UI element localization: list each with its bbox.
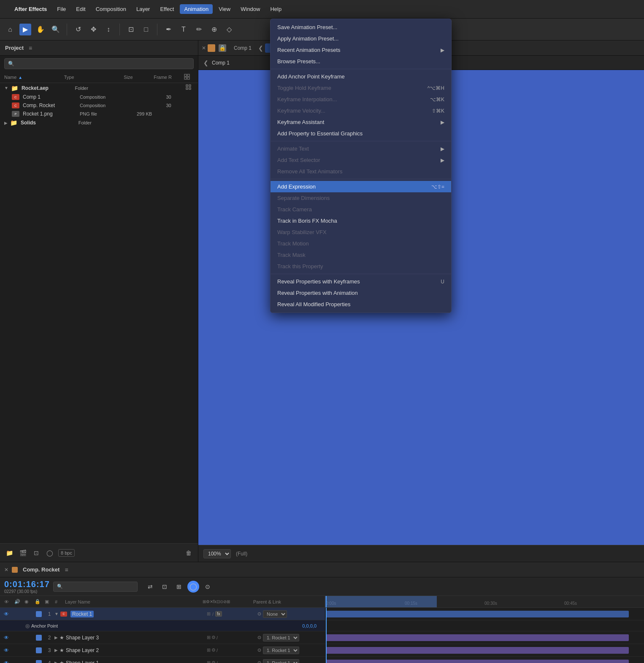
layer-row-1[interactable]: 👁 1 ▼ C Rocket 1 ⊞ / fx [0, 608, 325, 620]
menu-toggle-hold-keyframe[interactable]: Toggle Hold Keyframe ^⌥⌘H [271, 82, 451, 94]
tool-rect-mask[interactable]: ⊡ [125, 24, 137, 35]
tool-stamp[interactable]: ⊕ [208, 24, 220, 35]
find-icon[interactable]: ⊡ [31, 548, 41, 558]
expand-icon[interactable]: ▶ [54, 648, 58, 652]
tool-brush[interactable]: ✏ [193, 24, 205, 35]
nav-back-icon[interactable]: ❮ [203, 59, 209, 67]
list-item[interactable]: ▶ 📁 Solids Folder [0, 118, 198, 127]
parent-select-3[interactable]: 1. Rocket 1 [263, 647, 299, 654]
tl-tool-1[interactable]: ⇄ [144, 581, 156, 593]
project-menu-icon[interactable]: ≡ [29, 45, 32, 51]
switch-3-icon[interactable]: ⊞ [207, 647, 211, 653]
switch-4-icon[interactable]: ⊞ [207, 660, 211, 663]
list-item[interactable]: ▼ 📁 Rocket.aep Folder [0, 83, 198, 93]
timeline-menu-icon[interactable]: ≡ [65, 566, 68, 573]
menu-layer[interactable]: Layer [132, 4, 154, 14]
zoom-select[interactable]: 100% 50% 200% [203, 549, 231, 558]
switch-x-icon[interactable]: / [216, 635, 218, 640]
tl-tool-4[interactable]: ◯ [187, 581, 199, 593]
menu-composition[interactable]: Composition [92, 4, 130, 14]
project-search-input[interactable] [17, 61, 190, 67]
menu-track-boris-fx[interactable]: Track in Boris FX Mocha [271, 215, 451, 226]
layer-visibility-3[interactable]: 👁 [2, 647, 11, 653]
tool-rotate[interactable]: ↺ [72, 24, 84, 35]
tool-eraser[interactable]: ◇ [223, 24, 235, 35]
layer-row-4[interactable]: 👁 4 ▶ ★ Shape Layer 1 ⊞ ⚙ / [0, 657, 325, 663]
tab-comp1[interactable]: Comp 1 [229, 43, 257, 53]
menu-add-expression[interactable]: Add Expression ⌥⇧= [271, 181, 451, 192]
switch-gear-icon[interactable]: ⚙ [211, 635, 216, 640]
layer-visibility-1[interactable]: 👁 [2, 611, 11, 617]
expand-icon[interactable]: ▼ [4, 86, 8, 90]
menu-track-property[interactable]: Track this Property [271, 261, 451, 272]
tool-move[interactable]: ✥ [87, 24, 99, 35]
layer-row-2[interactable]: 👁 2 ▶ ★ Shape Layer 3 ⊞ ⚙ / [0, 631, 325, 644]
parent-select-4[interactable]: 1. Rocket 1 [263, 659, 299, 663]
color-icon[interactable]: ◯ [45, 548, 55, 558]
tool-hand[interactable]: ✋ [35, 24, 46, 35]
anchor-point-value[interactable]: 0,0,0,0 [302, 623, 317, 628]
tool-select[interactable]: ▶ [19, 24, 31, 35]
parent-select-2[interactable]: 1. Rocket 1 [263, 634, 299, 641]
list-item[interactable]: C Comp 1 Composition 30 [0, 93, 198, 101]
delete-icon[interactable]: 🗑 [184, 548, 194, 558]
tl-tool-2[interactable]: ⊡ [159, 581, 170, 593]
menu-edit[interactable]: Edit [72, 4, 89, 14]
expand-icon[interactable]: ▶ [54, 660, 58, 663]
expand-icon[interactable]: ▼ [54, 612, 59, 616]
menu-keyframe-velocity[interactable]: Keyframe Velocity... ⇧⌘K [271, 105, 451, 116]
expand-icon[interactable]: ▶ [54, 635, 58, 640]
menu-animation[interactable]: Animation [180, 4, 213, 14]
tool-home[interactable]: ⌂ [4, 24, 16, 35]
tool-shape[interactable]: □ [140, 24, 152, 35]
menu-help[interactable]: Help [266, 4, 286, 14]
menu-save-preset[interactable]: Save Animation Preset... [271, 22, 451, 33]
menu-keyframe-assistant[interactable]: Keyframe Assistant ▶ [271, 116, 451, 128]
switch-gear-3-icon[interactable]: ⚙ [211, 647, 216, 653]
timecode-value[interactable]: 0:01:16:17 [4, 579, 50, 589]
menu-track-camera[interactable]: Track Camera [271, 204, 451, 215]
menu-animate-text[interactable]: Animate Text ▶ [271, 143, 451, 154]
menu-keyframe-interpolation[interactable]: Keyframe Interpolation... ⌥⌘K [271, 94, 451, 105]
menu-view[interactable]: View [214, 4, 235, 14]
menu-track-motion[interactable]: Track Motion [271, 238, 451, 249]
menu-reveal-keyframes[interactable]: Reveal Properties with Keyframes U [271, 276, 451, 287]
menu-add-essential-graphics[interactable]: Add Property to Essential Graphics [271, 128, 451, 139]
new-comp-icon[interactable]: 🎬 [18, 548, 28, 558]
menu-reveal-animation[interactable]: Reveal Properties with Animation [271, 287, 451, 299]
tool-position[interactable]: ↕ [103, 24, 114, 35]
switch-x-4-icon[interactable]: / [216, 660, 218, 663]
switch-transform-icon[interactable]: ⊞ [207, 611, 211, 617]
menu-add-text-selector[interactable]: Add Text Selector ▶ [271, 154, 451, 166]
menu-separate-dimensions[interactable]: Separate Dimensions [271, 192, 451, 204]
tl-tool-5[interactable]: ⊙ [202, 581, 214, 593]
menu-warp-stabilizer[interactable]: Warp Stabilizer VFX [271, 226, 451, 238]
tool-zoom[interactable]: 🔍 [50, 24, 62, 35]
menu-remove-text-animators[interactable]: Remove All Text Animators [271, 166, 451, 177]
tool-pen[interactable]: ✒ [162, 24, 174, 35]
new-folder-icon[interactable]: 📁 [4, 548, 14, 558]
menu-file[interactable]: File [53, 4, 70, 14]
menu-apply-preset[interactable]: Apply Animation Preset... [271, 33, 451, 44]
tl-tool-3[interactable]: ⊞ [173, 581, 185, 593]
tab-close-icon[interactable]: ✕ [202, 45, 206, 51]
menu-recent-presets[interactable]: Recent Animation Presets ▶ [271, 44, 451, 56]
switch-x-3-icon[interactable]: / [216, 648, 218, 653]
switch-gear-4-icon[interactable]: ⚙ [211, 660, 216, 663]
parent-select-1[interactable]: None [263, 610, 287, 618]
layer-row-3[interactable]: 👁 3 ▶ ★ Shape Layer 2 ⊞ ⚙ / [0, 644, 325, 657]
menu-track-mask[interactable]: Track Mask [271, 249, 451, 261]
layer-visibility-2[interactable]: 👁 [2, 635, 11, 641]
menu-browse-presets[interactable]: Browse Presets... [271, 56, 451, 67]
menu-reveal-modified[interactable]: Reveal All Modified Properties [271, 299, 451, 310]
timeline-search-input[interactable] [65, 584, 134, 589]
expand-icon[interactable]: ▶ [4, 121, 8, 125]
tool-text[interactable]: T [178, 24, 189, 35]
menu-effect[interactable]: Effect [156, 4, 178, 14]
menu-window[interactable]: Window [236, 4, 264, 14]
list-item[interactable]: P Rocket 1.png PNG file 299 KB [0, 110, 198, 118]
menu-add-anchor-keyframe[interactable]: Add Anchor Point Keyframe [271, 71, 451, 82]
layer-visibility-4[interactable]: 👁 [2, 660, 11, 663]
list-item[interactable]: C Comp. Rocket Composition 30 [0, 101, 198, 110]
tab-nav-left-icon[interactable]: ❮ [258, 45, 263, 51]
